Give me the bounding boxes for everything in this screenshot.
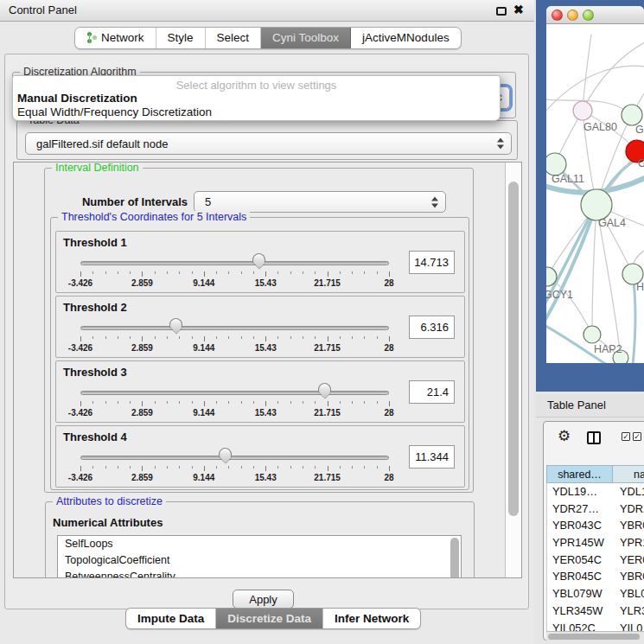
network-node[interactable] bbox=[581, 189, 612, 220]
tick-mark bbox=[92, 271, 93, 274]
slider-thumb[interactable] bbox=[318, 383, 331, 393]
numerical-attributes-list[interactable]: SelfLoopsTopologicalCoefficientBetweenne… bbox=[57, 535, 462, 578]
list-item-selfloops[interactable]: SelfLoops bbox=[58, 536, 461, 552]
apply-button[interactable]: Apply bbox=[233, 590, 294, 609]
tick-mark bbox=[253, 271, 254, 274]
tab-discretize-data[interactable]: Discretize Data bbox=[216, 609, 323, 628]
scrollbar-thumb[interactable] bbox=[508, 182, 519, 516]
threshold-value-field[interactable]: 11.344 bbox=[409, 445, 455, 469]
tick-mark bbox=[364, 271, 365, 274]
number-of-intervals-combo[interactable]: 5 bbox=[194, 191, 446, 213]
tick-mark bbox=[389, 466, 390, 471]
close-icon[interactable]: ✖ bbox=[513, 3, 524, 16]
list-item-betweennesscentrality[interactable]: BetweennessCentrality bbox=[58, 569, 461, 578]
tick-mark bbox=[204, 336, 205, 341]
column-header-name[interactable]: na bbox=[613, 465, 644, 483]
tick-mark bbox=[340, 466, 341, 469]
threshold-value-field[interactable]: 14.713 bbox=[409, 251, 455, 274]
tick-mark bbox=[340, 336, 341, 339]
group-title: Threshold's Coordinates for 5 Intervals bbox=[58, 211, 250, 223]
table-row[interactable]: YPR145WYPR1 bbox=[547, 534, 644, 552]
tick-label: 28 bbox=[384, 473, 393, 482]
tick-mark bbox=[105, 271, 106, 274]
checkbox-icon[interactable]: ✓ bbox=[633, 432, 641, 441]
network-canvas[interactable]: GAL80GACGAL11GAL4GCY1HHAP2 bbox=[546, 24, 644, 363]
table-row[interactable]: YBL079WYBL0 bbox=[547, 585, 644, 603]
threshold-panel-4: Threshold 4-3.4262.8599.14415.4321.71528… bbox=[55, 425, 465, 488]
tick-mark bbox=[389, 401, 390, 406]
dropdown-option-manual-discretization[interactable]: Manual Discretization bbox=[17, 92, 137, 105]
network-node[interactable] bbox=[622, 105, 642, 125]
checkbox-icon[interactable]: ✓ bbox=[622, 432, 630, 441]
minimize-traffic-light-icon[interactable] bbox=[567, 10, 578, 21]
node-label-gal4: GAL4 bbox=[598, 217, 626, 229]
combo-value: 5 bbox=[205, 195, 211, 208]
tick-label: -3.426 bbox=[68, 408, 92, 418]
column-header-shared-name[interactable]: shared… bbox=[546, 465, 613, 483]
tick-mark bbox=[328, 466, 328, 471]
tick-mark bbox=[130, 466, 131, 469]
network-node[interactable] bbox=[573, 101, 592, 120]
scrollbar-thumb[interactable] bbox=[548, 634, 640, 640]
tick-mark bbox=[80, 466, 81, 471]
slider-track[interactable] bbox=[80, 261, 389, 265]
threshold-panel-3: Threshold 3-3.4262.8599.14415.4321.71528… bbox=[55, 360, 465, 423]
node-label-c: C bbox=[638, 157, 644, 169]
zoom-traffic-light-icon[interactable] bbox=[583, 10, 594, 21]
tick-mark bbox=[80, 336, 81, 341]
slider-thumb[interactable] bbox=[252, 253, 265, 264]
tick-label: 21.715 bbox=[314, 343, 341, 353]
table-row[interactable]: YBR043CYBR0 bbox=[547, 517, 644, 534]
slider-thumb[interactable] bbox=[219, 448, 232, 458]
table-data-combo[interactable]: galFiltered.sif default node bbox=[25, 132, 512, 155]
table-row[interactable]: YER054CYER0 bbox=[547, 552, 644, 569]
float-window-icon[interactable] bbox=[496, 7, 507, 16]
tick-mark bbox=[192, 401, 193, 404]
table-row[interactable]: YIL052CYIL0 bbox=[547, 620, 644, 632]
list-scrollbar[interactable] bbox=[450, 538, 459, 578]
tick-mark bbox=[118, 271, 118, 274]
cell-shared-name: YIL052C bbox=[552, 622, 596, 632]
tab-network[interactable]: Network bbox=[75, 28, 156, 48]
tick-mark bbox=[142, 401, 143, 406]
gear-icon[interactable]: ⚙ bbox=[558, 427, 571, 445]
cell-name: YIL0 bbox=[620, 622, 642, 632]
tab-impute-data[interactable]: Impute Data bbox=[126, 609, 216, 628]
tick-mark bbox=[155, 271, 156, 274]
column-browser-icon[interactable] bbox=[587, 431, 601, 444]
table-row[interactable]: YDR27…YDR2 bbox=[547, 501, 644, 518]
tab-style[interactable]: Style bbox=[156, 28, 206, 48]
tick-mark bbox=[303, 401, 303, 404]
network-graph[interactable]: GAL80GACGAL11GAL4GCY1HHAP2 bbox=[546, 24, 644, 363]
tab-label: Cyni Toolbox bbox=[272, 28, 339, 48]
close-traffic-light-icon[interactable] bbox=[552, 10, 563, 21]
list-item-topologicalcoefficient[interactable]: TopologicalCoefficient bbox=[58, 552, 461, 569]
tick-label: 2.859 bbox=[131, 408, 153, 418]
slider-track[interactable] bbox=[80, 326, 389, 330]
tab-select[interactable]: Select bbox=[206, 28, 262, 48]
tick-mark bbox=[241, 271, 242, 274]
number-of-intervals-label: Number of Intervals bbox=[69, 195, 188, 208]
table-row[interactable]: YLR345WYLR3 bbox=[547, 603, 644, 620]
vertical-scrollbar[interactable] bbox=[505, 163, 521, 577]
dropdown-option-equal-width-frequency[interactable]: Equal Width/Frequency Discretization bbox=[17, 105, 212, 118]
cyni-toolbox-panel: Discretization Algorithm Select algorith… bbox=[4, 54, 529, 609]
threshold-value-field[interactable]: 21.4 bbox=[409, 380, 455, 404]
table-row[interactable]: YDL19…YDL1 bbox=[547, 483, 644, 501]
horizontal-scrollbar[interactable] bbox=[546, 631, 644, 641]
cell-shared-name: YBR045C bbox=[552, 570, 602, 583]
slider-track[interactable] bbox=[80, 391, 389, 395]
tab-infer-network[interactable]: Infer Network bbox=[323, 609, 420, 628]
threshold-value-field[interactable]: 6.316 bbox=[409, 316, 455, 339]
node-label-h: H bbox=[636, 281, 644, 293]
table-row[interactable]: YBR045CYBR0 bbox=[547, 568, 644, 585]
tick-mark bbox=[377, 336, 378, 339]
tab-jactivemnodules[interactable]: jActiveMNodules bbox=[351, 28, 461, 48]
slider-track[interactable] bbox=[80, 456, 389, 460]
tab-label: Select bbox=[217, 28, 250, 48]
slider-thumb[interactable] bbox=[169, 318, 182, 328]
network-node[interactable] bbox=[583, 326, 601, 343]
tab-cyni-toolbox[interactable]: Cyni Toolbox bbox=[261, 28, 351, 48]
tick-label: 15.43 bbox=[255, 408, 277, 418]
tick-mark bbox=[364, 466, 365, 469]
